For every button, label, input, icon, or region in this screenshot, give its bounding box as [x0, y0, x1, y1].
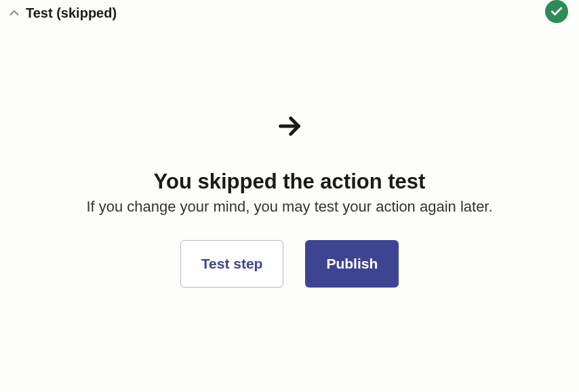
check-icon [550, 5, 563, 18]
message-subtitle: If you change your mind, you may test yo… [86, 198, 492, 216]
main-content: You skipped the action test If you chang… [0, 23, 579, 288]
publish-button[interactable]: Publish [305, 240, 399, 288]
status-success-badge [545, 0, 568, 23]
arrow-right-icon [276, 113, 303, 142]
header-left[interactable]: Test (skipped) [7, 5, 117, 21]
test-step-button[interactable]: Test step [180, 240, 284, 288]
chevron-up-icon [7, 5, 22, 20]
message-title: You skipped the action test [154, 170, 426, 194]
panel-header: Test (skipped) [0, 0, 579, 23]
panel-title: Test (skipped) [26, 5, 117, 21]
button-row: Test step Publish [180, 240, 399, 288]
